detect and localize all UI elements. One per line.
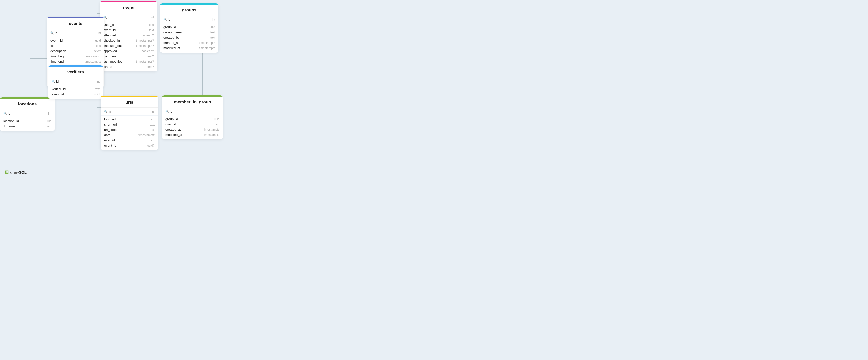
table-row: event_id uuid? bbox=[101, 143, 158, 148]
table-row: comment text? bbox=[100, 54, 157, 59]
logo-text: drawSQL bbox=[10, 170, 27, 174]
ref-icon: ✳ bbox=[3, 125, 6, 128]
logo-icon: ⊞ bbox=[5, 169, 9, 175]
table-row: 🔍 id int bbox=[160, 17, 218, 22]
table-row: title text bbox=[47, 43, 104, 49]
pk-icon: 🔍 bbox=[165, 110, 169, 113]
table-row: checked_out timestamptz? bbox=[100, 43, 157, 49]
pk-icon: 🔍 bbox=[52, 80, 55, 83]
canvas: rsvps 🔍 id int user_id text event_id tex… bbox=[0, 0, 434, 180]
table-row: 🔍 id int bbox=[48, 79, 103, 84]
table-verifiers[interactable]: verifiers 🔍 id int verifier_id text even… bbox=[48, 65, 103, 99]
table-row: checked_in timestamptz? bbox=[100, 38, 157, 43]
table-row: location_id uuid bbox=[0, 118, 55, 124]
table-row: time_end timestamptz bbox=[47, 59, 104, 64]
table-member-in-group-title: member_in_group bbox=[162, 97, 223, 108]
table-row: status text? bbox=[100, 64, 157, 70]
table-row: group_id uuid bbox=[162, 116, 223, 122]
table-verifiers-title: verifiers bbox=[48, 67, 103, 78]
table-row: short_url text bbox=[101, 122, 158, 127]
table-row: modified_at timestamptz bbox=[160, 46, 218, 51]
table-groups[interactable]: groups 🔍 id int group_id uuid group_name… bbox=[160, 3, 218, 53]
table-row: created_at timestamptz bbox=[162, 127, 223, 132]
pk-icon: 🔍 bbox=[51, 31, 54, 35]
table-row: user_id text bbox=[100, 22, 157, 28]
table-row: user_id text bbox=[101, 138, 158, 143]
table-row: created_at timestamptz bbox=[160, 40, 218, 46]
table-row: event_id uuid bbox=[47, 38, 104, 43]
table-row: url_code text bbox=[101, 127, 158, 133]
pk-icon: 🔍 bbox=[3, 112, 7, 115]
table-row: created_by text bbox=[160, 35, 218, 40]
table-row: approved boolean? bbox=[100, 49, 157, 54]
table-urls[interactable]: urls 🔍 id int long_url text short_url te… bbox=[101, 96, 158, 150]
table-member-in-group[interactable]: member_in_group 🔍 id int group_id uuid u… bbox=[162, 95, 223, 139]
table-row: group_id uuid bbox=[160, 25, 218, 30]
table-row: 🔍 id int bbox=[101, 109, 158, 114]
table-row: 🔍 id int bbox=[47, 30, 104, 36]
table-locations-title: locations bbox=[0, 99, 55, 110]
table-row: time_begin timestamptz bbox=[47, 54, 104, 59]
table-row: user_id text bbox=[162, 122, 223, 127]
table-row: long_url text bbox=[101, 117, 158, 122]
table-row: verifier_id text bbox=[48, 86, 103, 92]
table-groups-title: groups bbox=[160, 5, 218, 16]
table-row: date timestamptz bbox=[101, 133, 158, 138]
table-locations[interactable]: locations 🔍 id int location_id uuid ✳ na… bbox=[0, 98, 55, 131]
table-row: event_id uuid bbox=[48, 92, 103, 97]
pk-icon: 🔍 bbox=[163, 18, 167, 21]
table-rsvps-title: rsvps bbox=[100, 2, 157, 13]
table-rsvps[interactable]: rsvps 🔍 id int user_id text event_id tex… bbox=[100, 1, 157, 72]
table-row: description text? bbox=[47, 49, 104, 54]
table-row: ✳ name text bbox=[0, 124, 55, 129]
table-row: last_modified timestamptz? bbox=[100, 59, 157, 64]
table-row: 🔍 id int bbox=[100, 15, 157, 20]
table-row: modified_at timestamptz bbox=[162, 132, 223, 138]
table-urls-title: urls bbox=[101, 97, 158, 108]
table-row: event_id text bbox=[100, 28, 157, 33]
pk-icon: 🔍 bbox=[104, 110, 107, 113]
table-row: attended boolean? bbox=[100, 33, 157, 38]
table-row: 🔍 id int bbox=[0, 111, 55, 116]
table-row: group_name text bbox=[160, 30, 218, 35]
table-row: 🔍 id int bbox=[162, 109, 223, 114]
table-events-title: events bbox=[47, 18, 104, 29]
drawsql-logo: ⊞ drawSQL bbox=[5, 169, 27, 175]
